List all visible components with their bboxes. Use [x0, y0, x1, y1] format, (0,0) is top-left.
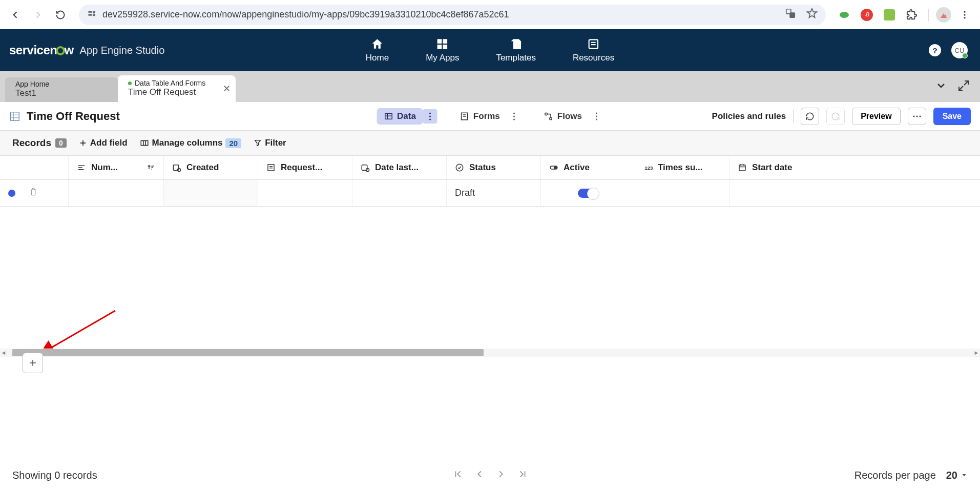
svg-rect-16: [11, 112, 19, 120]
cell-times-submitted[interactable]: [635, 180, 729, 206]
scroll-right-icon[interactable]: ►: [973, 350, 980, 356]
redo-button[interactable]: [826, 108, 845, 125]
svg-rect-1: [89, 14, 91, 15]
column-times-submitted[interactable]: 123 Times su...: [635, 156, 729, 179]
column-created[interactable]: Created: [164, 156, 258, 179]
svg-point-31: [513, 118, 515, 120]
chrome-menu-icon[interactable]: [955, 6, 974, 24]
more-actions-button[interactable]: [908, 108, 926, 125]
first-page-button[interactable]: [452, 468, 464, 482]
data-more-icon[interactable]: [423, 109, 437, 124]
table-row[interactable]: Draft: [0, 180, 980, 207]
plus-icon: [79, 139, 87, 147]
segment-flows[interactable]: Flows: [537, 108, 589, 125]
nav-my-apps[interactable]: My Apps: [423, 32, 462, 68]
delete-row-button[interactable]: [29, 187, 38, 199]
scroll-left-icon[interactable]: ◄: [0, 350, 7, 356]
filter-label: Filter: [265, 138, 286, 148]
cell-date-last[interactable]: [352, 180, 447, 206]
apps-icon: [436, 37, 449, 51]
svg-point-8: [964, 17, 965, 18]
svg-rect-12: [443, 45, 448, 49]
user-avatar[interactable]: CU: [951, 42, 968, 58]
reload-button[interactable]: [51, 6, 70, 24]
filter-button[interactable]: Filter: [254, 138, 286, 148]
column-requested[interactable]: Request...: [258, 156, 352, 179]
templates-icon: [509, 37, 523, 51]
expand-fullscreen-icon[interactable]: [957, 79, 970, 94]
add-field-button[interactable]: Add field: [79, 138, 128, 148]
number-icon: 123: [643, 163, 653, 172]
extension-3-icon[interactable]: [882, 8, 896, 22]
back-button[interactable]: [6, 6, 25, 24]
calendar-gear-icon: [361, 163, 370, 172]
logo[interactable]: servicenw: [9, 43, 74, 57]
svg-text:123: 123: [644, 165, 653, 171]
cell-status[interactable]: Draft: [447, 180, 541, 206]
tab-time-off-request[interactable]: Data Table And Forms Time Off Request ✕: [118, 75, 236, 102]
extension-1-icon[interactable]: [837, 8, 851, 22]
svg-point-30: [513, 115, 515, 117]
horizontal-scrollbar[interactable]: ◄ ►: [0, 349, 980, 357]
bookmark-icon[interactable]: [806, 8, 818, 22]
forms-more-icon[interactable]: [507, 109, 522, 124]
text-icon: [77, 163, 86, 172]
svg-point-39: [919, 115, 921, 117]
user-initials: CU: [955, 47, 965, 54]
column-status[interactable]: Status: [447, 156, 541, 179]
nav-templates[interactable]: Templates: [493, 32, 538, 68]
forward-button[interactable]: [29, 6, 47, 24]
collapse-tabs-icon[interactable]: [935, 79, 947, 94]
nav-resources-label: Resources: [573, 53, 614, 63]
svg-point-23: [429, 112, 431, 114]
sort-asc-icon[interactable]: [146, 163, 155, 172]
translate-icon[interactable]: [785, 8, 796, 22]
last-page-button[interactable]: [517, 468, 528, 482]
column-start-date[interactable]: Start date: [729, 156, 832, 179]
per-page-selector[interactable]: 20: [946, 470, 968, 481]
column-number[interactable]: Num...: [69, 156, 164, 179]
url-text: dev259928.service-now.com/now/appengines…: [102, 9, 509, 20]
extension-2-icon[interactable]: -B: [860, 8, 874, 22]
undo-button[interactable]: [801, 108, 819, 125]
help-icon[interactable]: ?: [929, 44, 941, 56]
policies-link[interactable]: Policies and rules: [712, 111, 786, 121]
data-table: Num... Created Request... Date last... S…: [0, 155, 980, 207]
cell-start-date[interactable]: [729, 180, 832, 206]
nav-home-label: Home: [366, 53, 389, 63]
showing-records-label: Showing 0 records: [12, 470, 97, 481]
save-button[interactable]: Save: [933, 108, 971, 125]
profile-avatar[interactable]: [936, 7, 951, 23]
cell-created[interactable]: [164, 180, 258, 206]
nav-templates-label: Templates: [496, 53, 535, 63]
svg-point-37: [913, 115, 914, 117]
close-tab-icon[interactable]: ✕: [223, 83, 231, 94]
manage-columns-button[interactable]: Manage columns 20: [140, 138, 242, 148]
active-toggle[interactable]: [578, 189, 598, 198]
column-label: Date last...: [375, 162, 419, 173]
preview-button[interactable]: Preview: [852, 108, 900, 125]
add-row-button[interactable]: [23, 353, 43, 373]
svg-rect-5: [790, 13, 795, 17]
segment-forms[interactable]: Forms: [453, 108, 507, 125]
site-settings-icon[interactable]: [87, 10, 97, 20]
tab-app-home[interactable]: App Home Test1: [5, 77, 118, 102]
extensions-menu-icon[interactable]: [905, 8, 919, 22]
nav-home[interactable]: Home: [363, 32, 392, 68]
segment-data[interactable]: Data: [377, 108, 423, 125]
cell-requested[interactable]: [258, 180, 352, 206]
nav-resources[interactable]: Resources: [570, 32, 617, 68]
column-active[interactable]: Active: [541, 156, 635, 179]
flows-more-icon[interactable]: [589, 109, 603, 124]
scrollbar-thumb[interactable]: [12, 349, 484, 356]
cell-active[interactable]: [541, 180, 635, 206]
cell-number[interactable]: [69, 180, 164, 206]
next-page-button[interactable]: [495, 468, 507, 482]
prev-page-button[interactable]: [474, 468, 485, 482]
column-date-last[interactable]: Date last...: [352, 156, 447, 179]
app-header: servicenw App Engine Studio Home My Apps…: [0, 29, 980, 71]
table-header-row: Num... Created Request... Date last... S…: [0, 155, 980, 180]
status-value: Draft: [455, 188, 475, 198]
column-actions: [0, 156, 69, 179]
url-bar[interactable]: dev259928.service-now.com/now/appengines…: [79, 5, 826, 25]
